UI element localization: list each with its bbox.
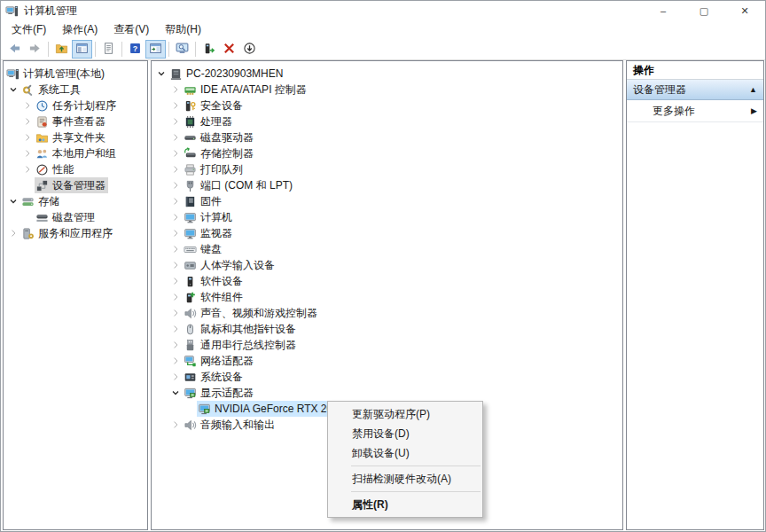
context-menu-item[interactable]: 禁用设备(D) — [328, 424, 482, 443]
disable-device-button[interactable] — [219, 40, 239, 59]
tree-item-core[interactable]: PC-20230903MHEN — [168, 66, 285, 82]
tree-item[interactable]: 端口 (COM 和 LPT) — [152, 177, 622, 193]
chevron-collapsed-icon[interactable] — [168, 354, 183, 368]
chevron-collapsed-icon[interactable] — [168, 274, 183, 288]
tree-item-core[interactable]: 服务和应用程序 — [20, 225, 115, 241]
more-actions-item[interactable]: 更多操作 ▶ — [627, 100, 763, 122]
tree-item[interactable]: 计算机 — [152, 209, 622, 225]
tree-item-core[interactable]: 通用串行总线控制器 — [183, 337, 299, 353]
tree-item[interactable]: 软件设备 — [152, 273, 622, 289]
tree-item-core[interactable]: 软件设备 — [183, 273, 246, 289]
tree-item-core[interactable]: 存储 — [20, 193, 62, 209]
help-button[interactable]: ? — [125, 40, 145, 59]
tree-item-core[interactable]: 网络适配器 — [183, 353, 256, 369]
tree-item-core[interactable]: 计算机管理(本地) — [5, 66, 107, 82]
chevron-collapsed-icon[interactable] — [168, 82, 183, 97]
tree-item-core[interactable]: 本地用户和组 — [35, 145, 119, 161]
tree-item-core[interactable]: 存储控制器 — [183, 145, 256, 161]
chevron-collapsed-icon[interactable] — [168, 242, 183, 256]
tree-item-core[interactable]: 固件 — [183, 193, 224, 209]
chevron-collapsed-icon[interactable] — [168, 146, 183, 160]
close-button[interactable]: ✕ — [724, 1, 765, 20]
tree-item[interactable]: 服务和应用程序 — [4, 225, 147, 241]
tree-item-core[interactable]: 键盘 — [183, 241, 224, 257]
chevron-collapsed-icon[interactable] — [168, 226, 183, 240]
chevron-collapsed-icon[interactable] — [168, 418, 183, 432]
tree-item[interactable]: 性能 — [4, 161, 147, 177]
tree-item[interactable]: 软件组件 — [152, 289, 622, 305]
chevron-collapsed-icon[interactable] — [168, 258, 183, 272]
tree-item[interactable]: 存储 — [4, 193, 147, 209]
tree-item-core[interactable]: 共享文件夹 — [35, 129, 108, 145]
tree-item[interactable]: 鼠标和其他指针设备 — [152, 321, 622, 337]
actions-section-device-manager[interactable]: 设备管理器 ▲ — [627, 80, 763, 100]
maximize-button[interactable]: ▢ — [684, 1, 724, 20]
tree-item-core[interactable]: 处理器 — [183, 113, 235, 129]
menubar-item-2[interactable]: 查看(V) — [106, 20, 157, 39]
tree-item-core[interactable]: IDE ATA/ATAPI 控制器 — [183, 82, 309, 98]
show-console-tree-button[interactable] — [72, 40, 92, 59]
chevron-collapsed-icon[interactable] — [168, 370, 183, 384]
tree-item-core[interactable]: 监视器 — [183, 225, 235, 241]
menubar-item-3[interactable]: 帮助(H) — [157, 20, 209, 39]
tree-item-core[interactable]: 计算机 — [183, 209, 235, 225]
tree-item-core[interactable]: 设备管理器 — [35, 177, 108, 193]
tree-item[interactable]: 事件查看器 — [4, 113, 147, 129]
collapse-arrow-icon[interactable]: ▲ — [749, 85, 757, 94]
chevron-collapsed-icon[interactable] — [20, 130, 35, 145]
forward-button[interactable] — [25, 40, 45, 59]
remote-computer-button[interactable] — [172, 40, 192, 59]
chevron-collapsed-icon[interactable] — [20, 162, 35, 176]
chevron-collapsed-icon[interactable] — [168, 194, 183, 208]
tree-item[interactable]: 人体学输入设备 — [152, 257, 622, 273]
tree-item[interactable]: 共享文件夹 — [4, 129, 147, 145]
tree-item[interactable]: 监视器 — [152, 225, 622, 241]
tree-item-core[interactable]: 显示适配器 — [183, 385, 256, 401]
tree-item[interactable]: 安全设备 — [152, 98, 622, 113]
minimize-button[interactable]: – — [643, 1, 684, 20]
chevron-expanded-icon[interactable] — [5, 82, 20, 97]
tree-item-core[interactable]: 声音、视频和游戏控制器 — [183, 305, 320, 321]
scan-hardware-button[interactable] — [239, 40, 260, 59]
tree-item[interactable]: IDE ATA/ATAPI 控制器 — [152, 82, 622, 98]
tree-item-core[interactable]: 音频输入和输出 — [183, 417, 277, 433]
tree-item-core[interactable]: 任务计划程序 — [35, 98, 119, 113]
update-driver-button[interactable] — [199, 40, 219, 59]
tree-item-core[interactable]: 鼠标和其他指针设备 — [183, 321, 299, 337]
chevron-collapsed-icon[interactable] — [20, 98, 35, 113]
tree-item-core[interactable]: 系统设备 — [183, 369, 246, 385]
up-one-level-button[interactable] — [51, 40, 72, 59]
back-button[interactable] — [4, 40, 25, 59]
tree-item[interactable]: 任务计划程序 — [4, 98, 147, 113]
chevron-collapsed-icon[interactable] — [5, 226, 20, 240]
tree-item-core[interactable]: 打印队列 — [183, 161, 246, 177]
menubar-item-0[interactable]: 文件(F) — [4, 20, 54, 39]
tree-item[interactable]: 通用串行总线控制器 — [152, 337, 622, 353]
tree-item-core[interactable]: 系统工具 — [20, 82, 83, 98]
tree-item[interactable]: 打印队列 — [152, 161, 622, 177]
tree-item-core[interactable]: 安全设备 — [183, 98, 246, 113]
chevron-collapsed-icon[interactable] — [168, 338, 183, 352]
chevron-collapsed-icon[interactable] — [168, 162, 183, 176]
tree-item[interactable]: 固件 — [152, 193, 622, 209]
context-menu-item[interactable]: 更新驱动程序(P) — [328, 404, 482, 424]
context-menu-item[interactable]: 扫描检测硬件改动(A) — [328, 469, 482, 489]
tree-item[interactable]: 声音、视频和游戏控制器 — [152, 305, 622, 321]
tree-item-core[interactable]: 磁盘管理 — [35, 209, 98, 225]
chevron-collapsed-icon[interactable] — [168, 98, 183, 113]
chevron-collapsed-icon[interactable] — [168, 210, 183, 224]
chevron-collapsed-icon[interactable] — [168, 114, 183, 129]
tree-item[interactable]: 计算机管理(本地) — [4, 66, 147, 82]
tree-item[interactable]: 显示适配器 — [152, 385, 622, 401]
tree-item[interactable]: 网络适配器 — [152, 353, 622, 369]
tree-item[interactable]: 本地用户和组 — [4, 145, 147, 161]
show-action-pane-button[interactable] — [145, 40, 166, 59]
chevron-collapsed-icon[interactable] — [168, 130, 183, 145]
chevron-collapsed-icon[interactable] — [168, 322, 183, 336]
tree-item-core[interactable]: 人体学输入设备 — [183, 257, 277, 273]
chevron-collapsed-icon[interactable] — [168, 178, 183, 192]
properties-button[interactable] — [98, 40, 119, 59]
chevron-expanded-icon[interactable] — [5, 194, 20, 208]
tree-item[interactable]: 设备管理器 — [4, 177, 147, 193]
tree-item-core[interactable]: 事件查看器 — [35, 113, 108, 129]
